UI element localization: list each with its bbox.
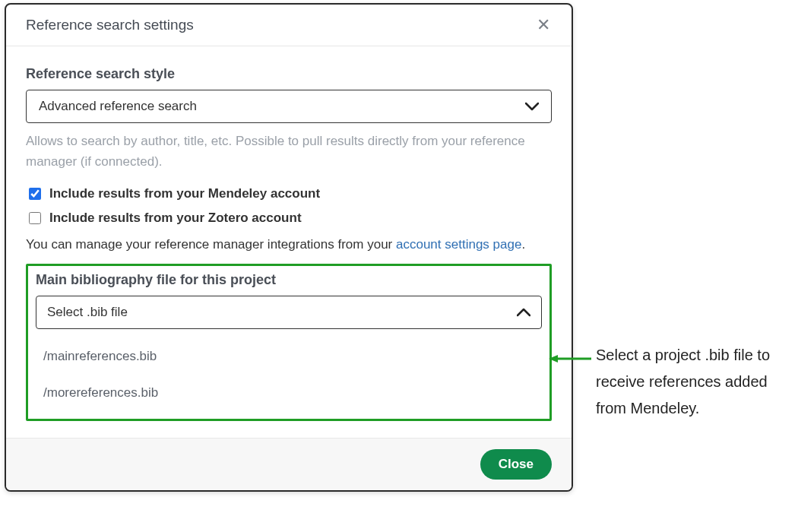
chevron-up-icon: [517, 308, 530, 317]
bib-option[interactable]: /mainreferences.bib: [36, 338, 542, 375]
close-icon[interactable]: ✕: [532, 15, 555, 35]
search-style-help: Allows to search by author, title, etc. …: [26, 131, 552, 172]
include-zotero-checkbox[interactable]: [29, 212, 41, 224]
modal-header: Reference search settings ✕: [6, 5, 572, 46]
search-style-label: Reference search style: [26, 66, 552, 82]
reference-settings-modal: Reference search settings ✕ Reference se…: [5, 3, 573, 492]
bib-section-label: Main bibliography file for this project: [36, 272, 542, 288]
include-mendeley-label: Include results from your Mendeley accou…: [49, 186, 320, 201]
search-style-select[interactable]: Advanced reference search: [26, 90, 552, 123]
bib-options-list: /mainreferences.bib /morereferences.bib: [36, 335, 542, 414]
include-zotero-label: Include results from your Zotero account: [49, 211, 302, 226]
include-zotero-row[interactable]: Include results from your Zotero account: [26, 210, 552, 226]
bib-highlight-box: Main bibliography file for this project …: [26, 264, 552, 421]
integration-note-suffix: .: [521, 237, 525, 252]
account-settings-link[interactable]: account settings page: [396, 237, 521, 252]
annotation-callout: Select a project .bib file to receive re…: [596, 342, 786, 422]
include-mendeley-row[interactable]: Include results from your Mendeley accou…: [26, 185, 552, 202]
modal-body: Reference search style Advanced referenc…: [6, 46, 572, 447]
include-mendeley-checkbox[interactable]: [29, 188, 41, 200]
chevron-down-icon: [525, 102, 539, 111]
bib-file-placeholder: Select .bib file: [47, 305, 128, 320]
annotation-arrow-icon: [549, 354, 591, 363]
close-button[interactable]: Close: [480, 449, 552, 480]
integration-note-prefix: You can manage your reference manager in…: [26, 237, 396, 252]
modal-title: Reference search settings: [26, 17, 194, 33]
bib-file-select[interactable]: Select .bib file: [36, 296, 542, 329]
search-style-value: Advanced reference search: [39, 99, 197, 114]
bib-option[interactable]: /morereferences.bib: [36, 375, 542, 411]
modal-footer: Close: [6, 438, 572, 490]
integration-note: You can manage your reference manager in…: [26, 234, 552, 256]
svg-marker-1: [549, 355, 558, 363]
